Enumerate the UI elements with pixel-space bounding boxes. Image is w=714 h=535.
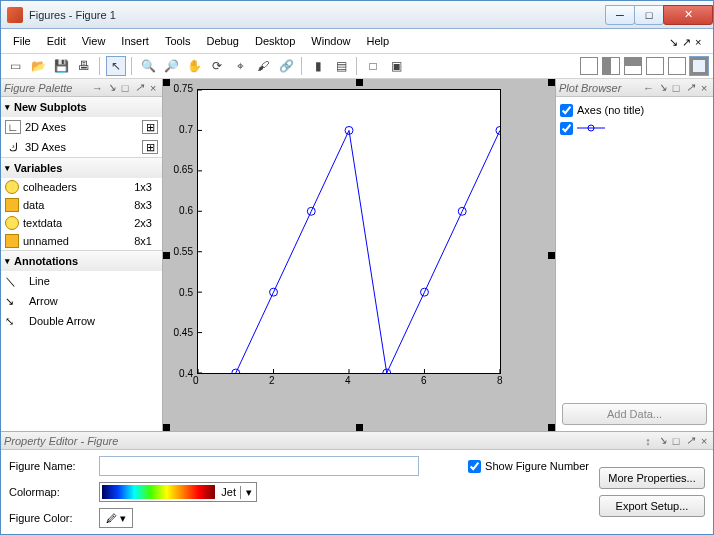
close-pane-icon[interactable]: ×: [698, 435, 710, 447]
zoom-in-icon[interactable]: 🔍: [138, 56, 158, 76]
selection-handle[interactable]: [163, 424, 170, 431]
minimize-pane-icon[interactable]: ↘: [105, 82, 117, 94]
layout-max-icon[interactable]: [689, 56, 709, 76]
layout-grid-icon[interactable]: [645, 56, 665, 76]
restore-pane-icon[interactable]: □: [119, 82, 131, 94]
close-pane-icon[interactable]: ×: [698, 82, 710, 94]
undock-pane-icon[interactable]: ↗: [684, 435, 696, 447]
layout-top-bottom-icon[interactable]: [623, 56, 643, 76]
y-tick-label: 0.5: [179, 287, 193, 298]
show-tools-icon[interactable]: ▣: [386, 56, 406, 76]
save-icon[interactable]: 💾: [51, 56, 71, 76]
collapse-icon[interactable]: ↕: [642, 435, 654, 447]
variables-header[interactable]: Variables: [1, 158, 162, 178]
selection-handle[interactable]: [548, 424, 555, 431]
variable-item[interactable]: unnamed8x1: [1, 232, 162, 250]
selection-handle[interactable]: [356, 79, 363, 86]
menu-tools[interactable]: Tools: [157, 33, 199, 49]
new-subplots-header[interactable]: New Subplots: [1, 97, 162, 117]
restore-pane-icon[interactable]: □: [670, 435, 682, 447]
data-cursor-icon[interactable]: ⌖: [230, 56, 250, 76]
menu-window[interactable]: Window: [303, 33, 358, 49]
pan-icon[interactable]: ✋: [184, 56, 204, 76]
maximize-split-icon[interactable]: ↗: [682, 36, 692, 46]
menu-help[interactable]: Help: [358, 33, 397, 49]
axes-3d-item[interactable]: ك 3D Axes ⊞: [1, 137, 162, 157]
property-editor-title: Property Editor - Figure: [4, 435, 118, 447]
layout-single-icon[interactable]: [579, 56, 599, 76]
export-setup-button[interactable]: Export Setup...: [599, 495, 705, 517]
menu-view[interactable]: View: [74, 33, 114, 49]
close-panel-icon[interactable]: ×: [695, 36, 705, 46]
x-tick-label: 6: [421, 375, 427, 386]
property-editor-header[interactable]: Property Editor - Figure ↕ ↘ □ ↗ ×: [1, 432, 713, 450]
undock-pane-icon[interactable]: ↗: [133, 82, 145, 94]
selection-handle[interactable]: [163, 79, 170, 86]
print-icon[interactable]: 🖶: [74, 56, 94, 76]
axes[interactable]: [197, 89, 501, 374]
colormap-select[interactable]: Jet ▾: [99, 482, 257, 502]
menu-edit[interactable]: Edit: [39, 33, 74, 49]
close-pane-icon[interactable]: ×: [147, 82, 159, 94]
hide-tools-icon[interactable]: □: [363, 56, 383, 76]
axes-2d-item[interactable]: ∟ 2D Axes ⊞: [1, 117, 162, 137]
selection-handle[interactable]: [356, 424, 363, 431]
variable-item[interactable]: colheaders1x3: [1, 178, 162, 196]
annotations-header[interactable]: Annotations: [1, 251, 162, 271]
add-data-button[interactable]: Add Data...: [562, 403, 707, 425]
variable-name: data: [23, 199, 44, 211]
brush-icon[interactable]: 🖌: [253, 56, 273, 76]
colorbar-icon[interactable]: ▮: [308, 56, 328, 76]
arrow-icon[interactable]: ←: [642, 82, 654, 94]
grid-icon[interactable]: ⊞: [142, 120, 158, 134]
open-icon[interactable]: 📂: [28, 56, 48, 76]
layout-float-icon[interactable]: [667, 56, 687, 76]
figure-name-input[interactable]: [99, 456, 419, 476]
variable-icon: [5, 234, 19, 248]
annotation-double-arrow-item[interactable]: ⤡ Double Arrow: [1, 311, 162, 331]
toolbar-separator: [356, 57, 358, 75]
legend-icon[interactable]: ▤: [331, 56, 351, 76]
y-tick-label: 0.45: [174, 327, 193, 338]
variable-item[interactable]: data8x3: [1, 196, 162, 214]
undock-icon[interactable]: ↘: [669, 36, 679, 46]
minimize-pane-icon[interactable]: ↘: [656, 82, 668, 94]
figure-palette-header[interactable]: Figure Palette → ↘ □ ↗ ×: [1, 79, 162, 97]
link-icon[interactable]: 🔗: [276, 56, 296, 76]
selection-handle[interactable]: [548, 79, 555, 86]
restore-pane-icon[interactable]: □: [670, 82, 682, 94]
plot-browser-series-item[interactable]: [560, 119, 709, 137]
maximize-button[interactable]: □: [634, 5, 664, 25]
selection-handle[interactable]: [548, 252, 555, 259]
annotation-line-item[interactable]: ＼ Line: [1, 271, 162, 291]
grid-icon[interactable]: ⊞: [142, 140, 158, 154]
plot-browser-axes-item[interactable]: Axes (no title): [560, 101, 709, 119]
figure-color-button[interactable]: 🖉 ▾: [99, 508, 133, 528]
figure-canvas[interactable]: 0.40.450.50.550.60.650.70.75 02468: [163, 79, 555, 431]
edit-plot-icon[interactable]: ↖: [106, 56, 126, 76]
annotation-arrow-item[interactable]: ↘ Arrow: [1, 291, 162, 311]
menu-insert[interactable]: Insert: [113, 33, 157, 49]
minimize-button[interactable]: ─: [605, 5, 635, 25]
zoom-out-icon[interactable]: 🔎: [161, 56, 181, 76]
dropdown-icon[interactable]: ▾: [240, 486, 256, 499]
axes-checkbox[interactable]: [560, 104, 573, 117]
show-figure-number-checkbox[interactable]: [468, 460, 481, 473]
show-figure-number-row[interactable]: Show Figure Number: [468, 460, 589, 473]
series-checkbox[interactable]: [560, 122, 573, 135]
new-figure-icon[interactable]: ▭: [5, 56, 25, 76]
minimize-pane-icon[interactable]: ↘: [656, 435, 668, 447]
plot-browser-header[interactable]: Plot Browser ← ↘ □ ↗ ×: [556, 79, 713, 97]
menu-debug[interactable]: Debug: [199, 33, 247, 49]
colormap-label: Colormap:: [9, 486, 89, 498]
close-button[interactable]: ✕: [663, 5, 713, 25]
undock-pane-icon[interactable]: ↗: [684, 82, 696, 94]
more-properties-button[interactable]: More Properties...: [599, 467, 705, 489]
variable-item[interactable]: textdata2x3: [1, 214, 162, 232]
arrow-icon[interactable]: →: [91, 82, 103, 94]
layout-left-right-icon[interactable]: [601, 56, 621, 76]
menu-desktop[interactable]: Desktop: [247, 33, 303, 49]
menu-file[interactable]: File: [5, 33, 39, 49]
rotate-3d-icon[interactable]: ⟳: [207, 56, 227, 76]
titlebar[interactable]: Figures - Figure 1 ─ □ ✕: [1, 1, 713, 29]
